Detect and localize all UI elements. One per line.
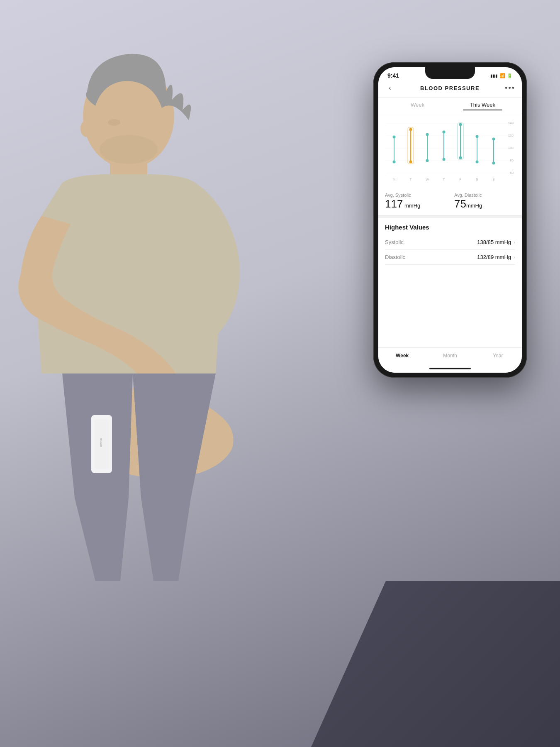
- status-time: 9:41: [387, 72, 399, 79]
- diastolic-row-value: 132/89 mmHg: [477, 254, 511, 260]
- nav-month[interactable]: Month: [426, 352, 474, 359]
- svg-text:W: W: [426, 178, 429, 181]
- systolic-row-right: 138/85 mmHg ›: [477, 239, 515, 245]
- phone-notch: [425, 67, 475, 79]
- systolic-row-value: 138/85 mmHg: [477, 239, 511, 245]
- phone-frame: 9:41 ▮▮▮ 📶 🔋 ‹ BLOOD PRESSURE ••• Week: [373, 62, 527, 378]
- stats-area: Avg. Systolic 117 mmHg Avg. Diastolic 75…: [378, 187, 522, 215]
- nav-year[interactable]: Year: [474, 352, 522, 359]
- svg-text:120: 120: [508, 134, 514, 137]
- systolic-stat: Avg. Systolic 117 mmHg: [385, 193, 446, 209]
- diastolic-row-right: 132/89 mmHg ›: [477, 254, 515, 260]
- svg-point-3: [100, 135, 158, 164]
- svg-point-33: [459, 156, 462, 159]
- home-indicator: [378, 366, 522, 373]
- svg-text:80: 80: [510, 159, 514, 162]
- svg-point-37: [476, 161, 479, 164]
- svg-point-19: [393, 136, 396, 139]
- systolic-chevron: ›: [514, 239, 515, 245]
- svg-point-36: [476, 135, 479, 138]
- battery-icon: 🔋: [507, 73, 513, 78]
- systolic-row[interactable]: Systolic 138/85 mmHg ›: [385, 235, 515, 250]
- tab-bar: Week This Week: [378, 98, 522, 114]
- phone-device: 9:41 ▮▮▮ 📶 🔋 ‹ BLOOD PRESSURE ••• Week: [373, 62, 527, 378]
- svg-point-23: [409, 161, 412, 164]
- person-figure: withings: [0, 0, 311, 643]
- svg-text:100: 100: [508, 146, 514, 150]
- svg-text:T: T: [443, 178, 445, 181]
- svg-text:60: 60: [510, 171, 514, 175]
- svg-point-22: [409, 128, 412, 131]
- diastolic-chevron: ›: [514, 254, 515, 260]
- svg-text:withings: withings: [100, 438, 102, 447]
- svg-point-4: [80, 120, 92, 137]
- back-button[interactable]: ‹: [385, 83, 395, 93]
- svg-text:S: S: [492, 178, 494, 181]
- svg-text:S: S: [476, 178, 478, 181]
- svg-point-27: [426, 159, 429, 162]
- svg-text:M: M: [393, 178, 396, 181]
- svg-point-39: [492, 138, 495, 141]
- svg-point-20: [393, 161, 396, 164]
- more-button[interactable]: •••: [505, 84, 515, 93]
- tab-this-week[interactable]: This Week: [450, 100, 515, 110]
- svg-point-40: [492, 162, 495, 165]
- tab-week[interactable]: Week: [385, 100, 450, 110]
- svg-point-30: [443, 158, 446, 161]
- nav-week[interactable]: Week: [378, 352, 426, 359]
- wifi-icon: 📶: [499, 73, 505, 78]
- diastolic-stat: Avg. Diastolic 75mmHg: [454, 193, 515, 209]
- content-spacer: [378, 265, 522, 347]
- systolic-label: Avg. Systolic: [385, 193, 446, 198]
- chart-area: 140 120 100 80 60: [378, 114, 522, 187]
- systolic-value: 117 mmHg: [385, 198, 446, 209]
- svg-point-29: [443, 131, 446, 134]
- bottom-nav: Week Month Year: [378, 347, 522, 366]
- svg-point-32: [459, 123, 462, 126]
- app-header: ‹ BLOOD PRESSURE •••: [378, 81, 522, 98]
- diastolic-label: Avg. Diastolic: [454, 193, 515, 198]
- svg-point-26: [426, 133, 429, 136]
- svg-text:F: F: [460, 178, 462, 181]
- diastolic-row[interactable]: Diastolic 132/89 mmHg ›: [385, 250, 515, 265]
- highest-values-title: Highest Values: [385, 224, 515, 231]
- blood-pressure-chart: 140 120 100 80 60: [382, 119, 519, 183]
- screen-title: BLOOD PRESSURE: [420, 85, 480, 91]
- svg-text:T: T: [410, 178, 412, 181]
- phone-screen: 9:41 ▮▮▮ 📶 🔋 ‹ BLOOD PRESSURE ••• Week: [378, 67, 522, 373]
- diastolic-row-label: Diastolic: [385, 254, 405, 260]
- home-bar: [429, 368, 471, 369]
- systolic-row-label: Systolic: [385, 239, 404, 245]
- status-icons: ▮▮▮ 📶 🔋: [490, 73, 513, 78]
- svg-text:140: 140: [508, 121, 514, 125]
- signal-icon: ▮▮▮: [490, 73, 498, 78]
- svg-point-2: [108, 119, 120, 126]
- highest-values-section: Highest Values Systolic 138/85 mmHg › Di…: [378, 218, 522, 265]
- diastolic-value: 75mmHg: [454, 198, 515, 209]
